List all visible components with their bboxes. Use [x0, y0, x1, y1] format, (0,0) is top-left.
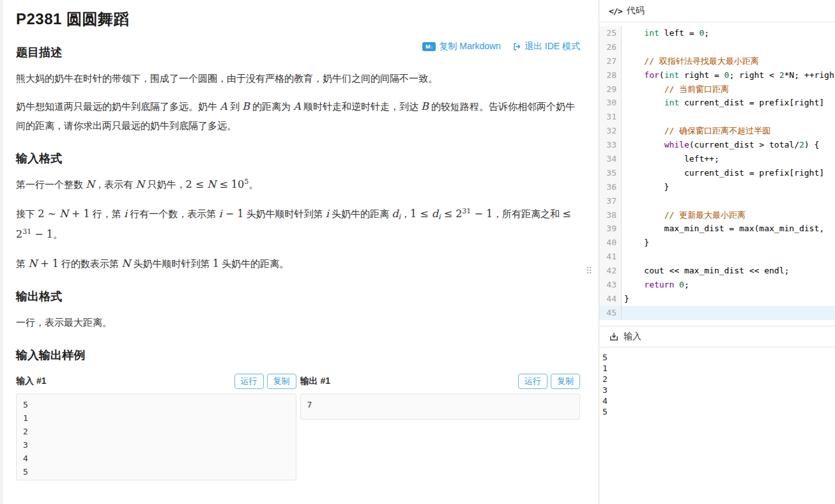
math-run: 31: [462, 207, 471, 215]
line-number: 42: [599, 264, 622, 278]
sample-input-buttons: 运行 复制: [234, 374, 296, 389]
text-run: 行有一个数，表示第: [127, 208, 218, 219]
splitter-drag-handle[interactable]: ⠿: [586, 266, 592, 276]
code-icon: </>: [609, 6, 622, 16]
code-line[interactable]: 32 // 确保窗口距离不超过半圆: [599, 124, 835, 138]
code-token-pl: [624, 210, 664, 220]
code-line-text: }: [622, 180, 835, 194]
code-line[interactable]: 44}: [599, 292, 835, 306]
code-token-pl: [624, 70, 644, 80]
text-run: 只奶牛，: [144, 179, 185, 190]
input-panel-title: 输入: [624, 331, 641, 342]
code-line[interactable]: 41: [599, 250, 835, 264]
sample-output-column: 输出 #1 运行 复制 7: [300, 373, 581, 480]
code-line[interactable]: 37: [599, 194, 835, 208]
code-token-pl: [674, 280, 679, 289]
code-token-nu: 2: [779, 70, 785, 80]
code-line[interactable]: 39 max_min_dist = max(max_min_dist,: [599, 222, 835, 236]
math-run: d: [432, 208, 438, 220]
line-number: 30: [599, 96, 622, 110]
math-run: 2 ∼: [38, 208, 59, 220]
math-run: 2 ≤: [186, 178, 208, 190]
text-run: 第一行一个整数: [16, 179, 86, 190]
code-token-pl: ) {: [804, 140, 819, 149]
code-token-pl: [624, 280, 644, 289]
page-title: P2381 圆圆舞蹈: [16, 9, 580, 29]
code-token-pl: (: [659, 70, 664, 80]
sample-output-header: 输出 #1 运行 复制: [300, 373, 581, 390]
problem-paragraph: 一行，表示最大距离。: [16, 313, 580, 332]
line-number: 25: [599, 26, 622, 40]
section-heading: 输出格式: [16, 289, 580, 304]
code-line-text: for(int right = 0; right < 2*N; ++right)…: [622, 68, 835, 82]
math-run: + 1: [68, 208, 90, 220]
sample-output-copy-button[interactable]: 复制: [551, 374, 580, 389]
code-line[interactable]: 31: [599, 110, 835, 124]
code-line[interactable]: 26: [599, 40, 835, 54]
code-line-text: left++;: [622, 152, 835, 166]
code-line[interactable]: 28 for(int right = 0; right < 2*N; ++rig…: [599, 68, 835, 82]
code-line-text: int current_dist = prefix[right]: [622, 96, 835, 110]
code-token-ty: int: [644, 28, 659, 38]
code-token-pl: [624, 28, 644, 38]
ide-input-textarea[interactable]: 5 1 2 3 4 5: [599, 347, 835, 504]
code-line-text: // 确保窗口距离不超过半圆: [622, 124, 835, 138]
problem-actions: M↓ 复制 Markdown 退出 IDE 模式: [422, 41, 580, 52]
code-token-pl: }: [624, 182, 669, 192]
code-line-text: [622, 110, 835, 124]
text-run: 头奶牛顺时针到第: [130, 258, 212, 269]
code-line-text: max_min_dist = max(max_min_dist,: [622, 222, 835, 236]
text-run: 接下: [16, 208, 38, 219]
code-line[interactable]: 27 // 双指针法寻找最大最小距离: [599, 54, 835, 68]
sample-input-copy-button[interactable]: 复制: [267, 374, 296, 389]
line-number: 39: [599, 222, 622, 236]
sample-output-run-button[interactable]: 运行: [518, 374, 548, 389]
code-line[interactable]: 34 left++;: [599, 152, 835, 166]
problem-panel: P2381 圆圆舞蹈 M↓ 复制 Markdown 退出 IDE 模式 题目描述…: [3, 0, 580, 504]
copy-markdown-link[interactable]: M↓ 复制 Markdown: [422, 41, 500, 52]
code-line[interactable]: 45: [599, 306, 835, 320]
code-token-pl: current_dist = prefix[right]: [679, 98, 824, 107]
text-run: ，: [401, 208, 410, 219]
math-run: N: [121, 257, 130, 270]
text-run: 奶牛想知道两只最远的奶牛到底隔了多远。奶牛: [16, 101, 220, 112]
code-line[interactable]: 25 int left = 0;: [599, 26, 835, 40]
problem-paragraph: 熊大妈的奶牛在时针的带领下，围成了一个圆圈，由于没有严格的教育，奶牛们之间的间隔…: [16, 69, 580, 88]
code-token-co: // 双指针法寻找最大最小距离: [644, 56, 758, 66]
line-number: 41: [599, 250, 622, 264]
code-editor[interactable]: 25 int left = 0;2627 // 双指针法寻找最大最小距离28 f…: [599, 22, 835, 326]
math-run: A: [293, 100, 301, 112]
text-run: 到: [227, 101, 242, 112]
code-token-pl: *N; ++right) {: [785, 70, 835, 80]
math-run: N: [28, 257, 37, 270]
sample-output-label: 输出 #1: [300, 376, 330, 387]
code-token-pl: }: [624, 238, 649, 247]
exit-ide-link[interactable]: 退出 IDE 模式: [512, 41, 580, 52]
sample-input-column: 输入 #1 运行 复制 5 1 2 3 4 5: [16, 373, 296, 480]
math-run: 1: [213, 257, 219, 270]
line-number: 33: [599, 138, 622, 152]
code-token-ty: int: [664, 70, 679, 80]
code-line[interactable]: 40 }: [599, 236, 835, 250]
code-token-pl: ;: [684, 280, 689, 289]
code-line[interactable]: 38 // 更新最大最小距离: [599, 208, 835, 222]
code-line[interactable]: 33 while(current_dist > total/2) {: [599, 138, 835, 152]
sample-input-run-button[interactable]: 运行: [234, 374, 264, 389]
code-token-kw: for: [644, 70, 659, 80]
code-line[interactable]: 43 return 0;: [599, 278, 835, 292]
code-line[interactable]: 36 }: [599, 180, 835, 194]
code-line[interactable]: 29 // 当前窗口距离: [599, 82, 835, 96]
math-run: A: [220, 100, 227, 112]
code-line[interactable]: 30 int current_dist = prefix[right]: [599, 96, 835, 110]
code-line[interactable]: 42 cout << max_min_dist << endl;: [599, 264, 835, 278]
code-token-pl: current_dist = prefix[right]: [624, 168, 824, 178]
code-token-co: // 当前窗口距离: [664, 84, 729, 94]
section-heading: 输入输出样例: [16, 347, 580, 363]
math-run: N: [135, 178, 144, 190]
math-run: i: [398, 213, 401, 221]
line-number: 26: [599, 40, 622, 54]
line-number: 40: [599, 236, 622, 250]
problem-content: 题目描述熊大妈的奶牛在时针的带领下，围成了一个圆圈，由于没有严格的教育，奶牛们之…: [16, 45, 580, 363]
code-line[interactable]: 35 current_dist = prefix[right]: [599, 166, 835, 180]
code-line-text: [622, 194, 835, 208]
